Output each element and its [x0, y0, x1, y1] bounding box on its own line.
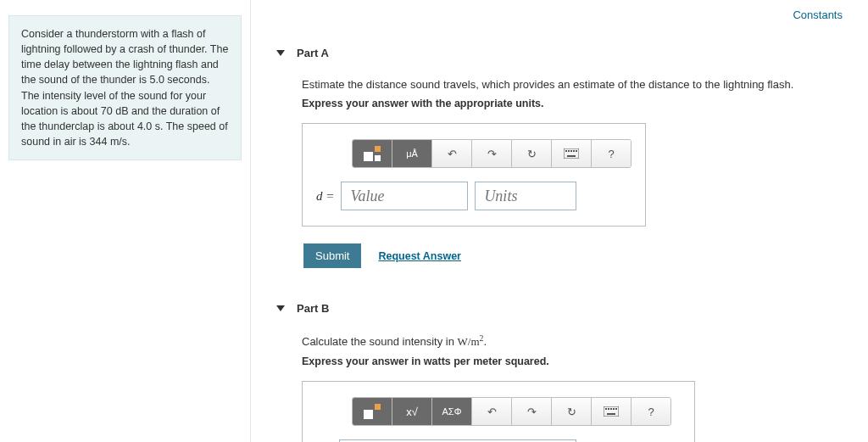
part-b-prompt: Calculate the sound intensity in W/m2. — [302, 333, 851, 349]
part-a-answer-block: μÅ ↶ ↷ ↻ ? d = — [302, 123, 646, 227]
part-a-instruction: Express your answer with the appropriate… — [302, 98, 851, 109]
request-answer-link[interactable]: Request Answer — [378, 250, 460, 262]
svg-rect-6 — [567, 155, 576, 157]
units-picker-button[interactable]: μÅ — [392, 140, 432, 167]
greek-button[interactable]: ΑΣΦ — [432, 398, 472, 425]
submit-button[interactable]: Submit — [303, 243, 361, 268]
template-icon[interactable] — [353, 140, 392, 167]
keyboard-icon[interactable] — [592, 398, 632, 425]
svg-rect-2 — [568, 150, 570, 152]
part-a: Part A Estimate the distance sound trave… — [268, 47, 851, 268]
svg-rect-12 — [615, 408, 617, 410]
constants-link[interactable]: Constants — [793, 8, 843, 21]
part-a-prompt: Estimate the distance sound travels, whi… — [302, 78, 851, 91]
svg-rect-13 — [607, 413, 615, 415]
reset-icon[interactable]: ↻ — [512, 140, 552, 167]
part-a-variable: d = — [316, 189, 334, 204]
part-a-toolbar: μÅ ↶ ↷ ↻ ? — [352, 139, 632, 168]
collapse-icon[interactable] — [276, 305, 285, 311]
svg-rect-8 — [605, 408, 607, 410]
part-b-answer-block: x√​ ΑΣΦ ↶ ↷ ↻ ? I = W/m2 — [302, 381, 695, 442]
part-a-title: Part A — [297, 47, 329, 59]
svg-rect-11 — [613, 408, 615, 410]
radical-icon[interactable]: x√​ — [392, 398, 432, 425]
part-b-instruction: Express your answer in watts per meter s… — [302, 355, 851, 367]
svg-rect-7 — [604, 406, 619, 417]
problem-text: Consider a thunderstorm with a flash of … — [21, 28, 228, 148]
part-b-title: Part B — [297, 302, 329, 315]
template-icon[interactable] — [353, 398, 392, 425]
svg-rect-4 — [573, 150, 575, 152]
svg-rect-1 — [565, 150, 567, 152]
part-b-toolbar: x√​ ΑΣΦ ↶ ↷ ↻ ? — [352, 397, 671, 426]
undo-icon[interactable]: ↶ — [472, 398, 512, 425]
collapse-icon[interactable] — [276, 50, 285, 56]
units-input[interactable] — [475, 182, 576, 210]
value-input[interactable] — [341, 182, 468, 210]
help-button[interactable]: ? — [592, 140, 631, 167]
problem-statement: Consider a thunderstorm with a flash of … — [8, 15, 242, 160]
svg-rect-3 — [570, 150, 572, 152]
svg-rect-10 — [610, 408, 612, 410]
svg-rect-5 — [576, 150, 577, 152]
redo-icon[interactable]: ↷ — [472, 140, 512, 167]
svg-rect-9 — [608, 408, 609, 410]
reset-icon[interactable]: ↻ — [552, 398, 592, 425]
redo-icon[interactable]: ↷ — [512, 398, 552, 425]
svg-rect-0 — [564, 148, 579, 159]
keyboard-icon[interactable] — [552, 140, 592, 167]
undo-icon[interactable]: ↶ — [432, 140, 472, 167]
part-b: Part B Calculate the sound intensity in … — [268, 302, 851, 442]
help-button[interactable]: ? — [632, 398, 670, 425]
